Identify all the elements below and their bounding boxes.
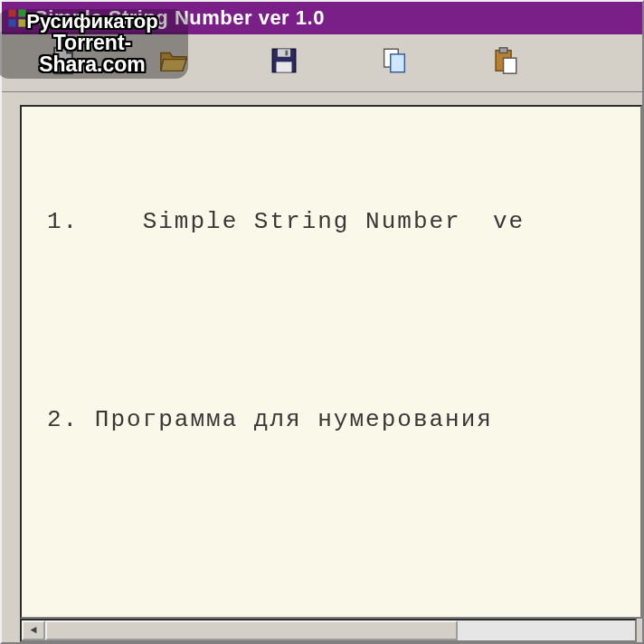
save-button[interactable] (230, 39, 338, 88)
paste-icon (489, 45, 520, 80)
svg-rect-3 (18, 19, 25, 26)
text-line: 2. Программа для нумерования (47, 403, 622, 438)
new-button[interactable] (9, 39, 118, 88)
svg-rect-2 (8, 19, 15, 26)
svg-rect-11 (499, 48, 507, 53)
toolbar (2, 34, 642, 92)
svg-rect-9 (391, 54, 405, 72)
svg-rect-5 (278, 49, 290, 57)
content-area: 1. Simple String Number ve 2. Программа … (2, 92, 642, 642)
svg-rect-1 (18, 9, 25, 16)
app-icon (7, 8, 27, 28)
scroll-track[interactable] (45, 620, 635, 640)
text-editor[interactable]: 1. Simple String Number ve 2. Программа … (20, 105, 642, 619)
copy-icon (379, 45, 410, 80)
horizontal-scrollbar[interactable]: ◄ (20, 619, 637, 642)
text-line: 1. Simple String Number ve (47, 205, 622, 240)
svg-rect-7 (285, 51, 288, 56)
chevron-left-icon: ◄ (30, 624, 36, 637)
app-window: Simple String Number ver 1.0 (0, 0, 644, 644)
scroll-left-button[interactable]: ◄ (22, 620, 45, 640)
svg-rect-12 (504, 58, 516, 73)
window-title: Simple String Number ver 1.0 (34, 6, 325, 30)
paste-button[interactable] (450, 39, 559, 88)
save-floppy-icon (269, 45, 299, 80)
scroll-thumb[interactable] (45, 620, 458, 640)
open-folder-icon (158, 45, 189, 80)
titlebar[interactable]: Simple String Number ver 1.0 (2, 2, 642, 34)
copy-button[interactable] (340, 39, 449, 88)
open-button[interactable] (119, 39, 228, 88)
svg-rect-0 (8, 9, 15, 16)
svg-rect-6 (277, 62, 292, 71)
new-file-icon (48, 45, 79, 80)
